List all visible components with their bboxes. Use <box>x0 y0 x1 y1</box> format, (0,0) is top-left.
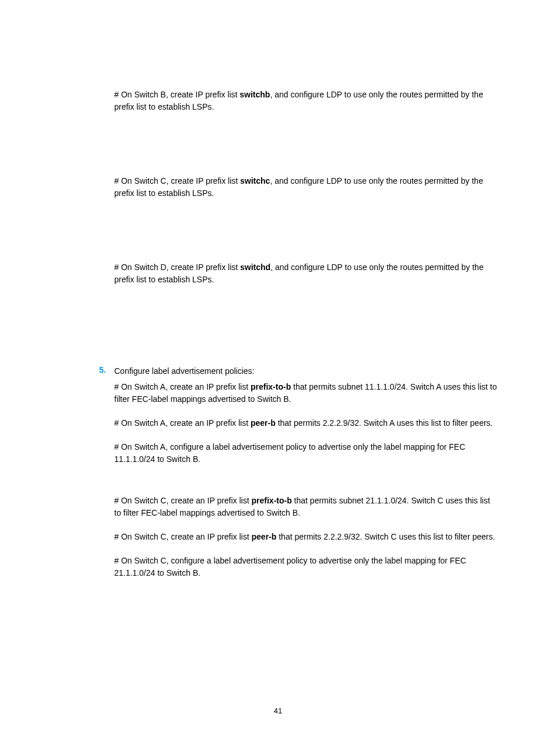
switchc-policy-paragraph: # On Switch C, configure a label adverti… <box>114 555 498 579</box>
bold-text: switchb <box>240 90 270 99</box>
page-content: # On Switch B, create IP prefix list swi… <box>0 0 556 583</box>
bold-text: prefix-to-b <box>252 496 292 505</box>
text: # On Switch D, create IP prefix list <box>114 262 240 272</box>
text: # On Switch C, create an IP prefix list <box>114 532 252 541</box>
text: # On Switch C, create an IP prefix list <box>114 496 252 505</box>
page-number: 41 <box>0 706 556 715</box>
step-title: Configure label advertisement policies: <box>114 365 498 377</box>
text: # On Switch A, create an IP prefix list <box>114 418 251 428</box>
switcha-policy-paragraph: # On Switch A, configure a label adverti… <box>114 441 498 466</box>
bold-text: switchd <box>240 262 270 272</box>
switchc-prefixtob-paragraph: # On Switch C, create an IP prefix list … <box>114 495 498 519</box>
step-number: 5. <box>99 365 114 583</box>
switcha-prefixtob-paragraph: # On Switch A, create an IP prefix list … <box>114 381 498 405</box>
bold-text: switchc <box>240 176 270 186</box>
switchc-paragraph: # On Switch C, create IP prefix list swi… <box>114 175 498 200</box>
switchc-peerb-paragraph: # On Switch C, create an IP prefix list … <box>114 531 498 543</box>
bold-text: peer-b <box>251 418 276 428</box>
switchd-paragraph: # On Switch D, create IP prefix list swi… <box>114 261 498 286</box>
text: that permits 2.2.2.9/32. Switch C uses t… <box>276 532 495 541</box>
step-content: Configure label advertisement policies: … <box>114 365 498 583</box>
step-5: 5. Configure label advertisement policie… <box>114 365 498 583</box>
switcha-peerb-paragraph: # On Switch A, create an IP prefix list … <box>114 417 498 429</box>
text: that permits 2.2.2.9/32. Switch A uses t… <box>276 418 493 428</box>
text: # On Switch A, create an IP prefix list <box>114 382 251 391</box>
text: # On Switch B, create IP prefix list <box>114 90 240 99</box>
bold-text: prefix-to-b <box>251 382 291 391</box>
switchb-paragraph: # On Switch B, create IP prefix list swi… <box>114 89 498 113</box>
text: # On Switch C, create IP prefix list <box>114 176 240 186</box>
bold-text: peer-b <box>252 532 277 541</box>
